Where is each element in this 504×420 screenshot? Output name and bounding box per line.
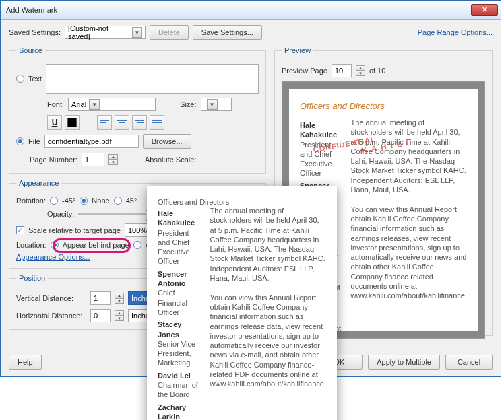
align-center-icon xyxy=(117,120,127,125)
preview-legend: Preview xyxy=(282,46,313,55)
align-right-icon xyxy=(135,120,144,125)
source-text-label: Text xyxy=(28,75,42,83)
underline-icon: U xyxy=(52,118,58,127)
spinner-up-icon: ▲ xyxy=(356,65,365,71)
size-label: Size: xyxy=(180,100,196,108)
spinner-up-icon: ▲ xyxy=(115,293,124,298)
page-number-spinner[interactable]: ▲▼ xyxy=(108,154,118,165)
spinner-down-icon: ▼ xyxy=(115,316,124,321)
align-left-button[interactable] xyxy=(97,115,112,130)
align-left-icon xyxy=(100,120,109,125)
titlebar: Add Watermark ✕ xyxy=(1,1,501,20)
chevron-down-icon: ▼ xyxy=(89,99,100,110)
preview-page-title: Officers and Directors xyxy=(300,101,467,111)
appearance-legend: Appearance xyxy=(16,179,61,187)
source-legend: Source xyxy=(16,46,45,55)
page-number-input[interactable]: 1 xyxy=(82,153,104,166)
location-label: Location: xyxy=(16,241,46,249)
overlay-page-title: Officers and Directors xyxy=(158,198,326,206)
location-top-radio[interactable] xyxy=(133,241,141,249)
font-dropdown[interactable]: Arial ▼ xyxy=(68,98,156,111)
source-file-radio[interactable] xyxy=(16,137,24,145)
saved-settings-dropdown[interactable]: [Custom-not saved] ▼ xyxy=(65,26,146,39)
source-text-input[interactable] xyxy=(46,64,259,94)
horizontal-distance-label: Horizontal Distance: xyxy=(16,312,86,320)
text-color-button[interactable] xyxy=(65,115,80,130)
browse-button[interactable]: Browse... xyxy=(143,134,191,149)
saved-settings-value: [Custom-not saved] xyxy=(68,24,129,40)
source-group: Source Text Font: Arial ▼ Size: xyxy=(9,46,266,174)
vertical-distance-label: Vertical Distance: xyxy=(16,294,86,302)
page-range-options-link[interactable]: Page Range Options... xyxy=(418,28,493,36)
chevron-down-icon: ▼ xyxy=(207,99,218,110)
rotation-label: Rotation: xyxy=(16,197,46,205)
close-icon: ✕ xyxy=(482,5,488,14)
horizontal-distance-input[interactable]: 0 xyxy=(90,309,111,322)
spinner-down-icon: ▼ xyxy=(115,298,124,304)
preview-page-spinner[interactable]: ▲▼ xyxy=(356,65,365,76)
position-legend: Position xyxy=(16,274,48,282)
preview-page-of: of 10 xyxy=(369,67,385,75)
save-settings-button[interactable]: Save Settings... xyxy=(193,25,262,40)
size-dropdown[interactable]: ▼ xyxy=(201,98,232,111)
absolute-scale-label: Absolute Scale: xyxy=(145,155,196,164)
underline-button[interactable]: U xyxy=(47,115,62,130)
preview-page-label: Preview Page xyxy=(282,67,327,75)
rotation-none-radio[interactable] xyxy=(80,197,88,205)
rotation-none-label: None xyxy=(92,197,109,205)
chevron-down-icon: ▼ xyxy=(132,27,142,38)
align-justify-icon xyxy=(152,120,162,125)
color-swatch-icon xyxy=(67,118,77,127)
font-value: Arial xyxy=(71,100,86,108)
rotation-45-radio[interactable] xyxy=(114,197,122,205)
source-file-input[interactable]: confidentialtype.pdf xyxy=(44,135,139,148)
opacity-label: Opacity: xyxy=(47,210,74,218)
vertical-distance-spinner[interactable]: ▲▼ xyxy=(115,293,124,304)
scale-relative-label: Scale relative to target page xyxy=(28,226,121,234)
spinner-up-icon: ▲ xyxy=(108,154,118,160)
spinner-up-icon: ▲ xyxy=(115,310,124,316)
location-behind-label: Appear behind page xyxy=(63,241,129,249)
horizontal-distance-spinner[interactable]: ▲▼ xyxy=(115,310,124,321)
saved-settings-label: Saved Settings: xyxy=(9,28,61,36)
close-button[interactable]: ✕ xyxy=(471,4,498,16)
delete-button[interactable]: Delete xyxy=(150,25,189,40)
preview-page-input[interactable]: 10 xyxy=(332,64,352,77)
appearance-options-link[interactable]: Appearance Options... xyxy=(16,253,90,261)
align-right-button[interactable] xyxy=(132,115,147,130)
location-behind-radio[interactable] xyxy=(51,241,59,249)
source-file-label: File xyxy=(28,137,40,145)
spinner-down-icon: ▼ xyxy=(356,71,365,76)
page-number-label: Page Number: xyxy=(30,155,77,164)
vertical-distance-input[interactable]: 1 xyxy=(90,291,111,305)
rotation-45-label: 45° xyxy=(126,197,137,205)
source-text-radio[interactable] xyxy=(16,75,24,83)
cancel-button[interactable]: Cancel xyxy=(445,355,493,370)
font-label: Font: xyxy=(47,100,64,108)
overlay-source-page: Officers and Directors Hale KahakuleePre… xyxy=(147,186,337,420)
rotation-neg45-radio[interactable] xyxy=(50,197,58,205)
window-title: Add Watermark xyxy=(6,6,471,14)
align-center-button[interactable] xyxy=(115,115,129,130)
apply-multiple-button[interactable]: Apply to Multiple xyxy=(368,355,440,370)
align-justify-button[interactable] xyxy=(150,115,164,130)
scale-relative-checkbox[interactable] xyxy=(16,226,24,234)
overlay-text-columns: Hale KahakuleePresident and Chief Execut… xyxy=(158,206,326,420)
rotation-neg45-label: -45° xyxy=(62,197,75,205)
help-button[interactable]: Help xyxy=(9,355,42,370)
spinner-down-icon: ▼ xyxy=(108,160,118,165)
